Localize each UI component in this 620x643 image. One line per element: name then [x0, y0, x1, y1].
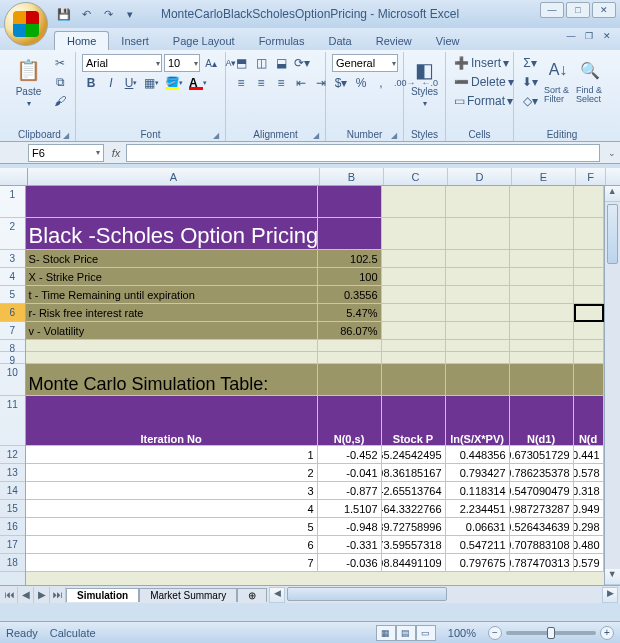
align-left[interactable]: ≡: [232, 74, 250, 92]
tab-insert[interactable]: Insert: [109, 32, 161, 50]
scroll-right[interactable]: ▶: [602, 587, 618, 603]
table-cell[interactable]: 0.547211: [446, 536, 510, 554]
param-value[interactable]: 100: [318, 268, 382, 286]
fx-icon[interactable]: fx: [106, 147, 126, 159]
table-cell[interactable]: 0.06631: [446, 518, 510, 536]
qat-undo[interactable]: ↶: [78, 6, 94, 22]
table-cell[interactable]: -0.452: [318, 446, 382, 464]
percent-format[interactable]: %: [352, 74, 370, 92]
styles-button[interactable]: ◧ Styles ▾: [410, 54, 439, 108]
table-cell[interactable]: 0.793427: [446, 464, 510, 482]
font-size-combo[interactable]: 10▾: [164, 54, 200, 72]
table-cell[interactable]: 42.65513764: [382, 482, 446, 500]
row-header[interactable]: 3: [0, 250, 25, 268]
tab-formulas[interactable]: Formulas: [247, 32, 317, 50]
tab-view[interactable]: View: [424, 32, 472, 50]
table-cell[interactable]: -0.877: [318, 482, 382, 500]
table-cell[interactable]: 464.3322766: [382, 500, 446, 518]
mc-col-header[interactable]: N(0,s): [318, 396, 382, 446]
table-cell[interactable]: 6: [26, 536, 318, 554]
scroll-thumb-v[interactable]: [607, 204, 618, 264]
italic-button[interactable]: I: [102, 74, 120, 92]
orientation[interactable]: ⟳▾: [292, 54, 312, 72]
scroll-down[interactable]: ▼: [605, 569, 620, 585]
font-color-button[interactable]: A▾: [187, 74, 209, 92]
zoom-out[interactable]: −: [488, 626, 502, 640]
table-cell[interactable]: 0.673051729: [510, 446, 574, 464]
table-cell[interactable]: 0.579: [574, 554, 604, 572]
minimize-button[interactable]: —: [540, 2, 564, 18]
table-cell[interactable]: 2: [26, 464, 318, 482]
number-format-combo[interactable]: General▾: [332, 54, 398, 72]
close-button[interactable]: ✕: [592, 2, 616, 18]
table-cell[interactable]: 0.298: [574, 518, 604, 536]
row-header[interactable]: 10: [0, 364, 25, 396]
bold-button[interactable]: B: [82, 74, 100, 92]
sheet-tab-market-summary[interactable]: Market Summary: [139, 588, 237, 602]
paste-button[interactable]: 📋 Paste ▾: [10, 54, 47, 108]
mc-col-header[interactable]: ln(S/X*PV): [446, 396, 510, 446]
tab-data[interactable]: Data: [316, 32, 363, 50]
view-normal[interactable]: ▦: [376, 625, 396, 641]
sheet-tab-new[interactable]: ⊕: [237, 588, 267, 602]
table-cell[interactable]: 98.36185167: [382, 464, 446, 482]
mc-col-header[interactable]: Stock P: [382, 396, 446, 446]
view-page-break[interactable]: ▭: [416, 625, 436, 641]
row-header[interactable]: 6: [0, 304, 25, 322]
doc-restore[interactable]: ❐: [582, 30, 596, 42]
row-header[interactable]: 8: [0, 340, 25, 352]
doc-minimize[interactable]: —: [564, 30, 578, 42]
param-label[interactable]: r- Risk free interest rate: [26, 304, 318, 322]
table-cell[interactable]: -0.041: [318, 464, 382, 482]
row-header[interactable]: 13: [0, 464, 25, 482]
row-header[interactable]: 14: [0, 482, 25, 500]
row-header[interactable]: 2: [0, 218, 25, 250]
param-label[interactable]: X - Strike Price: [26, 268, 318, 286]
cells-grid[interactable]: Black -Scholes Option Pricing S- Stock P…: [26, 186, 604, 585]
scroll-left[interactable]: ◀: [269, 587, 285, 603]
col-header-c[interactable]: C: [384, 168, 448, 185]
qat-save[interactable]: 💾: [56, 6, 72, 22]
mc-col-header[interactable]: N(d1): [510, 396, 574, 446]
param-label[interactable]: S- Stock Price: [26, 250, 318, 268]
tab-page-layout[interactable]: Page Layout: [161, 32, 247, 50]
table-cell[interactable]: 73.59557318: [382, 536, 446, 554]
table-cell[interactable]: 0.526434639: [510, 518, 574, 536]
table-cell[interactable]: 65.24542495: [382, 446, 446, 464]
office-button[interactable]: [4, 2, 48, 46]
col-header-b[interactable]: B: [320, 168, 384, 185]
tab-review[interactable]: Review: [364, 32, 424, 50]
row-header[interactable]: 18: [0, 554, 25, 572]
table-cell[interactable]: 0.787470313: [510, 554, 574, 572]
table-cell[interactable]: 3: [26, 482, 318, 500]
table-cell[interactable]: 39.72758996: [382, 518, 446, 536]
table-cell[interactable]: 0.547090479: [510, 482, 574, 500]
row-header[interactable]: 17: [0, 536, 25, 554]
qat-redo[interactable]: ↷: [100, 6, 116, 22]
font-name-combo[interactable]: Arial▾: [82, 54, 162, 72]
param-value[interactable]: 102.5: [318, 250, 382, 268]
horizontal-scrollbar[interactable]: ◀ ▶: [269, 586, 618, 603]
sheet-tab-simulation[interactable]: Simulation: [66, 588, 139, 602]
table-cell[interactable]: 0.707883108: [510, 536, 574, 554]
table-cell[interactable]: 0.949: [574, 500, 604, 518]
tab-nav-first[interactable]: ⏮: [2, 587, 18, 603]
decrease-indent[interactable]: ⇤: [292, 74, 310, 92]
mc-col-header[interactable]: Iteration No: [26, 396, 318, 446]
doc-close[interactable]: ✕: [600, 30, 614, 42]
scroll-thumb-h[interactable]: [287, 587, 447, 601]
tab-nav-prev[interactable]: ◀: [18, 587, 34, 603]
sort-filter-button[interactable]: A↓ Sort & Filter: [544, 54, 572, 104]
number-dialog-launcher[interactable]: ◢: [391, 131, 397, 140]
comma-format[interactable]: ,: [372, 74, 390, 92]
mc-col-header[interactable]: N(d: [574, 396, 604, 446]
table-cell[interactable]: -0.331: [318, 536, 382, 554]
table-cell[interactable]: 1.5107: [318, 500, 382, 518]
title-cell[interactable]: Black -Scholes Option Pricing: [26, 218, 318, 250]
align-bottom[interactable]: ⬓: [272, 54, 290, 72]
table-cell[interactable]: 0.987273287: [510, 500, 574, 518]
scroll-up[interactable]: ▲: [605, 186, 620, 202]
row-header[interactable]: 5: [0, 286, 25, 304]
param-value[interactable]: 0.3556: [318, 286, 382, 304]
table-cell[interactable]: 0.448356: [446, 446, 510, 464]
